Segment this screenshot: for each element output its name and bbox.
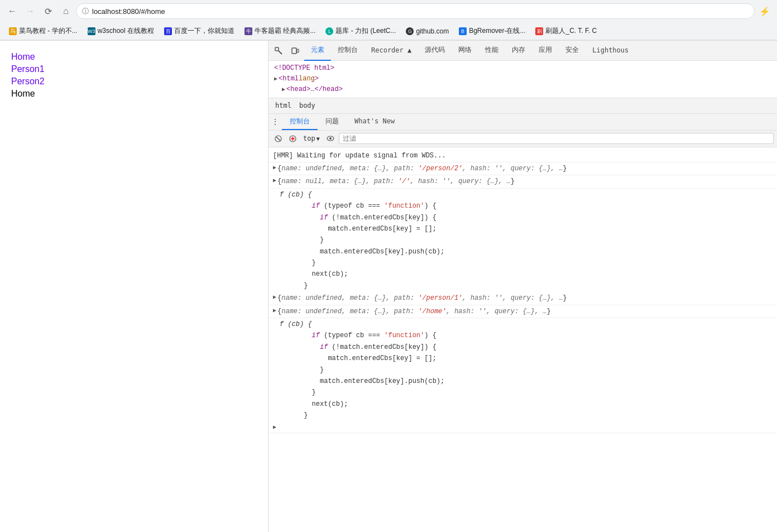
- console-final-line[interactable]: ▶: [268, 422, 777, 433]
- elements-breadcrumb: html body: [268, 98, 777, 114]
- code-line-2-2: if (typeof cb === 'function') {: [280, 330, 773, 341]
- bookmark-caoniao-label: 菜鸟教程 - 学的不...: [19, 26, 78, 36]
- head-tag-close: </head>: [314, 84, 342, 95]
- bookmark-shuati-label: 刷题人_C. T. F. C: [545, 26, 597, 36]
- bookmark-caoniao-icon: 鸟: [9, 27, 17, 35]
- console-filter-input[interactable]: [339, 133, 774, 144]
- forward-button[interactable]: →: [22, 3, 38, 19]
- bookmark-shuati[interactable]: 刷 刷题人_C. T. F. C: [531, 25, 601, 37]
- page-content: Home Person1 Person2 Home: [0, 41, 268, 532]
- obj-root-text: {name: null, meta: {…}, path: '/', hash:…: [277, 176, 515, 187]
- svg-line-1: [279, 51, 282, 54]
- devtools-tab-memory[interactable]: 内存: [505, 41, 532, 61]
- bookmark-leetcode-label: 题库 - 力扣 (LeetC...: [335, 26, 396, 36]
- bookmark-baidu[interactable]: 百 百度一下，你就知道: [160, 25, 239, 37]
- head-line[interactable]: ▶ <head>…</head>: [273, 84, 773, 95]
- svg-rect-2: [292, 48, 296, 54]
- devtools-tab-sources[interactable]: 源代码: [418, 41, 452, 61]
- devtools-tabs: 元素 控制台 Recorder ▲ 源代码 网络 性能 内存: [304, 41, 635, 61]
- html-tree: <!DOCTYPE html> ▶ <html lang> ▶ <head>…<…: [268, 61, 777, 98]
- console-obj-root[interactable]: ▶ {name: null, meta: {…}, path: '/', has…: [268, 175, 777, 188]
- devtools-top-toolbar: 元素 控制台 Recorder ▲ 源代码 网络 性能 内存: [268, 41, 777, 61]
- console-hmr-text: [HMR] Waiting for update signal from WDS…: [273, 150, 446, 161]
- devtools-tab-elements[interactable]: 元素: [304, 41, 331, 61]
- devtools-tab-application[interactable]: 应用: [532, 41, 559, 61]
- final-arrow[interactable]: ▶: [273, 423, 276, 432]
- obj-person2-arrow[interactable]: ▶: [273, 163, 276, 172]
- url-text: localhost:8080/#/home: [92, 7, 165, 16]
- breadcrumb-body[interactable]: body: [297, 101, 318, 110]
- console-obj-person1[interactable]: ▶ {name: undefined, meta: {…}, path: '/p…: [268, 292, 777, 305]
- console-output[interactable]: [HMR] Waiting for update signal from WDS…: [268, 147, 777, 532]
- code-line-1-1: f (cb) {: [280, 189, 773, 200]
- console-eye-button[interactable]: [324, 132, 337, 145]
- code-line-2-1: f (cb) {: [280, 319, 773, 330]
- doctype-line: <!DOCTYPE html>: [273, 63, 773, 74]
- code-line-2-3: if (!match.enteredCbs[key]) {: [280, 342, 773, 353]
- console-tab-console[interactable]: 控制台: [282, 114, 318, 131]
- doctype-text: <!DOCTYPE html>: [274, 63, 334, 74]
- bookmark-w3school[interactable]: W3 w3school 在线教程: [83, 25, 159, 37]
- code-line-1-2: if (typeof cb === 'function') {: [280, 200, 773, 212]
- head-arrow[interactable]: ▶: [282, 85, 285, 94]
- svg-rect-0: [275, 47, 279, 51]
- context-selector[interactable]: top ▼: [301, 133, 322, 143]
- obj-person1-arrow[interactable]: ▶: [273, 293, 276, 302]
- console-tab-whatsnew[interactable]: What's New: [347, 114, 402, 131]
- lock-icon: ⓘ: [82, 7, 89, 16]
- devtools-device-button[interactable]: [287, 43, 303, 59]
- bookmark-github-label: github.com: [416, 27, 449, 35]
- bookmark-caoniao[interactable]: 鸟 菜鸟教程 - 学的不...: [4, 25, 82, 37]
- console-filter-button[interactable]: [286, 132, 299, 145]
- console-panel: ⋮ 控制台 问题 What's New: [268, 114, 777, 532]
- main-area: Home Person1 Person2 Home 元素 控制台 Record: [0, 41, 777, 532]
- console-toolbar: top ▼: [268, 131, 777, 147]
- bookmark-github[interactable]: G github.com: [401, 26, 453, 37]
- console-tab-menu[interactable]: ⋮: [268, 114, 282, 131]
- console-tab-issues[interactable]: 问题: [318, 114, 347, 131]
- html-arrow[interactable]: ▶: [274, 75, 277, 84]
- html-close-bracket: >: [315, 74, 319, 84]
- obj-person2-text: {name: undefined, meta: {…}, path: '/per…: [277, 163, 567, 174]
- context-dropdown-icon: ▼: [316, 136, 320, 142]
- code-line-1-6: match.enteredCbs[key].push(cb);: [280, 246, 773, 257]
- code-line-2-4: match.enteredCbs[key] = [];: [280, 353, 773, 364]
- devtools-tab-performance[interactable]: 性能: [478, 41, 505, 61]
- svg-rect-3: [297, 49, 299, 52]
- home-button[interactable]: ⌂: [58, 3, 74, 19]
- code-line-1-9: }: [280, 280, 773, 291]
- code-block-2: f (cb) { if (typeof cb === 'function') {…: [268, 318, 777, 422]
- address-bar[interactable]: ⓘ localhost:8080/#/home: [76, 3, 755, 19]
- html-open-line[interactable]: ▶ <html lang>: [273, 74, 773, 84]
- code-line-2-9: }: [280, 410, 773, 421]
- obj-home-arrow[interactable]: ▶: [273, 306, 276, 315]
- context-label: top: [303, 135, 315, 142]
- home-link[interactable]: Home: [11, 52, 257, 62]
- devtools-panel: 元素 控制台 Recorder ▲ 源代码 网络 性能 内存: [268, 41, 777, 532]
- devtools-tab-console[interactable]: 控制台: [331, 41, 364, 61]
- devtools-inspect-button[interactable]: [271, 43, 286, 59]
- console-obj-person2[interactable]: ▶ {name: undefined, meta: {…}, path: '/p…: [268, 162, 777, 175]
- console-obj-home[interactable]: ▶ {name: undefined, meta: {…}, path: '/h…: [268, 305, 777, 318]
- obj-root-arrow[interactable]: ▶: [273, 176, 276, 185]
- obj-person1-text: {name: undefined, meta: {…}, path: '/per…: [277, 293, 567, 304]
- code-line-1-3: if (!match.enteredCbs[key]) {: [280, 212, 773, 223]
- bookmark-leetcode[interactable]: L 题库 - 力扣 (LeetC...: [321, 25, 400, 37]
- head-tag-open: <head>: [286, 84, 310, 95]
- bookmark-niuke[interactable]: 牛 牛客题霸 经典高频...: [240, 25, 320, 37]
- person1-link[interactable]: Person1: [11, 64, 257, 74]
- person2-link[interactable]: Person2: [11, 76, 257, 87]
- nav-bar: ← → ⟳ ⌂ ⓘ localhost:8080/#/home ⚡: [0, 0, 777, 22]
- console-clear-button[interactable]: [272, 132, 284, 145]
- devtools-tab-security[interactable]: 安全: [559, 41, 586, 61]
- breadcrumb-html[interactable]: html: [273, 101, 294, 110]
- bookmark-w3school-icon: W3: [88, 27, 95, 35]
- devtools-tab-network[interactable]: 网络: [452, 41, 478, 61]
- extensions-button[interactable]: ⚡: [757, 3, 773, 19]
- bookmark-bgremover[interactable]: B BgRemover-在线...: [454, 25, 530, 37]
- svg-line-5: [276, 137, 280, 141]
- devtools-tab-lighthouse[interactable]: Lighthous: [586, 41, 635, 61]
- back-button[interactable]: ←: [4, 3, 20, 19]
- reload-button[interactable]: ⟳: [40, 3, 56, 19]
- devtools-tab-recorder[interactable]: Recorder ▲: [364, 41, 418, 61]
